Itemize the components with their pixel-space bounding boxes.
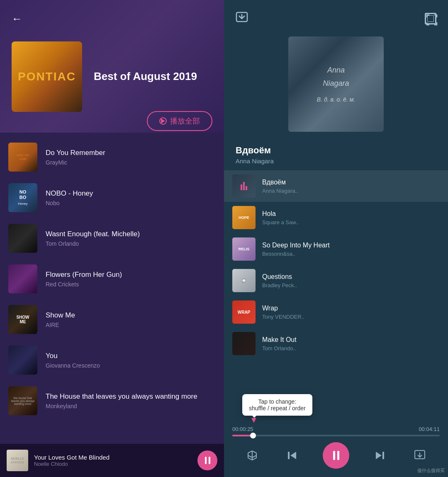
song-info: Show Me AIRE — [46, 311, 216, 328]
song-item[interactable]: NOBOHoney NOBO - Honey Nobo — [0, 177, 224, 218]
song-item[interactable]: the house that leaves you always wanting… — [0, 380, 224, 421]
song-artist: AIRE — [46, 322, 216, 328]
svg-marker-7 — [376, 452, 382, 459]
tooltip-text: Tap to change:shuffle / repeat / order — [249, 398, 306, 412]
track-thumbnail — [232, 332, 256, 355]
track-item-info: Make It Out Tom Orlando.. — [262, 336, 440, 351]
header-content: PONTIAC Best of August 2019 — [12, 41, 212, 112]
track-item-title: Make It Out — [262, 336, 440, 344]
playing-bars-indicator — [241, 182, 247, 190]
track-item-title: Wrap — [262, 305, 440, 312]
progress-bar[interactable] — [232, 435, 440, 436]
song-thumbnail: the house that leaves you always wanting… — [8, 386, 37, 415]
play-icon — [159, 117, 167, 125]
now-playing-title: Your Loves Got Me Blinded — [34, 454, 197, 461]
track-thumbnail — [232, 174, 256, 198]
track-item-artist: Square a Saw.. — [262, 219, 440, 225]
song-thumbnail — [8, 224, 37, 253]
song-title: Wasnt Enough (feat. Michelle) — [46, 230, 216, 238]
pause-icon — [205, 457, 210, 464]
track-item[interactable]: 💬 Questions Bradley Peck.. — [224, 265, 448, 296]
track-item-info: Hola Square a Saw.. — [262, 210, 440, 225]
track-item[interactable]: RELIS So Deep Into My Heart Bessonn&sa.. — [224, 233, 448, 265]
song-item[interactable]: You Giovanna Crescenzo — [0, 340, 224, 380]
album-art-text: Anna Niagara В. д. в. о. ё. м. — [317, 63, 355, 105]
track-thumbnail: WRAP — [232, 300, 256, 324]
back-button[interactable]: ← — [12, 12, 22, 25]
track-item-title: So Deep Into My Heart — [262, 242, 440, 249]
play-all-button[interactable]: 播放全部 — [147, 111, 212, 131]
now-playing-thumbnail: NOELLECHIODO — [7, 450, 28, 471]
song-info: You Giovanna Crescenzo — [46, 352, 216, 369]
progress-thumb[interactable] — [250, 433, 256, 438]
album-art: Anna Niagara В. д. в. о. ё. м. — [288, 36, 384, 132]
song-artist: GrayMic — [46, 159, 216, 166]
song-info: Flowers (From Her Gun) Red Crickets — [46, 271, 216, 288]
next-button[interactable] — [371, 446, 389, 465]
playlist-title: Best of August 2019 — [94, 70, 197, 84]
tooltip-pointer: ▼ — [250, 415, 258, 425]
song-thumbnail: SHOWME — [8, 305, 37, 334]
progress-total: 00:04:11 — [419, 426, 440, 432]
download-button[interactable] — [411, 446, 429, 465]
track-item[interactable]: Make It Out Tom Orlando.. — [224, 328, 448, 359]
song-title: The House that leaves you always wanting… — [46, 392, 216, 401]
song-thumbnail — [8, 346, 37, 375]
song-info: NOBO - Honey Nobo — [46, 189, 216, 206]
album-art-container: Anna Niagara В. д. в. о. ё. м. — [224, 32, 448, 140]
progress-times: 00:00:25 00:04:11 — [232, 426, 440, 432]
song-item[interactable]: Flowers (From Her Gun) Red Crickets — [0, 259, 224, 299]
track-item-artist: Tom Orlando.. — [262, 345, 440, 351]
playlist-cover-label: PONTIAC — [18, 70, 76, 83]
track-item-info: Questions Bradley Peck.. — [262, 273, 440, 288]
song-info: Wasnt Enough (feat. Michelle) Tom Orland… — [46, 230, 216, 247]
svg-marker-5 — [290, 452, 296, 459]
song-item[interactable]: SHOWME Show Me AIRE — [0, 299, 224, 340]
shuffle-tooltip: Tap to change:shuffle / repeat / order ▼ — [242, 394, 312, 416]
track-list: Вдвоём Anna Niagara.. HOPE Hola Square a… — [224, 167, 448, 423]
song-thumbnail — [8, 264, 37, 293]
track-thumbnail: HOPE — [232, 206, 256, 229]
track-thumbnail: RELIS — [232, 237, 256, 261]
right-panel: Anna Niagara В. д. в. о. ё. м. Вдвоём An… — [224, 0, 448, 477]
track-info: Вдвоём Anna Niagara — [224, 140, 448, 167]
song-info: Do You Remember GrayMic — [46, 149, 216, 166]
now-playing-info: Your Loves Got Me Blinded Noelle Chiodo — [34, 454, 197, 467]
song-artist: Monkeyland — [46, 403, 216, 409]
track-item-artist: Anna Niagara.. — [262, 188, 440, 194]
import-icon[interactable] — [236, 12, 248, 26]
previous-button[interactable] — [283, 446, 301, 465]
song-thumbnail: NOBOHoney — [8, 183, 37, 212]
track-item[interactable]: Вдвоём Anna Niagara.. — [224, 170, 448, 202]
song-item[interactable]: End ofLine Do You Remember GrayMic — [0, 137, 224, 177]
song-info: The House that leaves you always wanting… — [46, 392, 216, 409]
track-item-title: Вдвоём — [262, 179, 440, 186]
svg-rect-4 — [288, 452, 290, 459]
pause-button[interactable] — [197, 450, 217, 470]
track-artist: Anna Niagara — [236, 157, 436, 165]
track-item-info: So Deep Into My Heart Bessonn&sa.. — [262, 242, 440, 257]
playlist-cover: PONTIAC — [12, 41, 82, 112]
pause-icon — [333, 451, 339, 460]
track-item-title: Hola — [262, 210, 440, 218]
right-header — [224, 0, 448, 32]
play-pause-button[interactable] — [323, 442, 349, 469]
thumb-label: End ofLine — [16, 153, 30, 162]
track-item[interactable]: HOPE Hola Square a Saw.. — [224, 202, 448, 233]
song-item[interactable]: Wasnt Enough (feat. Michelle) Tom Orland… — [0, 218, 224, 259]
now-playing-artist: Noelle Chiodo — [34, 461, 197, 467]
fullscreen-icon[interactable] — [425, 13, 436, 24]
track-item[interactable]: WRAP Wrap Tony VENDDER.. — [224, 296, 448, 328]
track-item-artist: Tony VENDDER.. — [262, 314, 440, 320]
song-title: Do You Remember — [46, 149, 216, 157]
song-artist: Giovanna Crescenzo — [46, 362, 216, 369]
player-controls — [224, 436, 448, 477]
track-item-artist: Bradley Peck.. — [262, 282, 440, 288]
track-thumbnail: 💬 — [232, 269, 256, 292]
svg-rect-6 — [382, 452, 384, 459]
track-item-info: Wrap Tony VENDDER.. — [262, 305, 440, 320]
track-title: Вдвоём — [236, 145, 436, 156]
song-list: End ofLine Do You Remember GrayMic NOBOH… — [0, 137, 224, 477]
repeat-button[interactable] — [243, 446, 261, 465]
song-artist: Tom Orlando — [46, 240, 216, 247]
